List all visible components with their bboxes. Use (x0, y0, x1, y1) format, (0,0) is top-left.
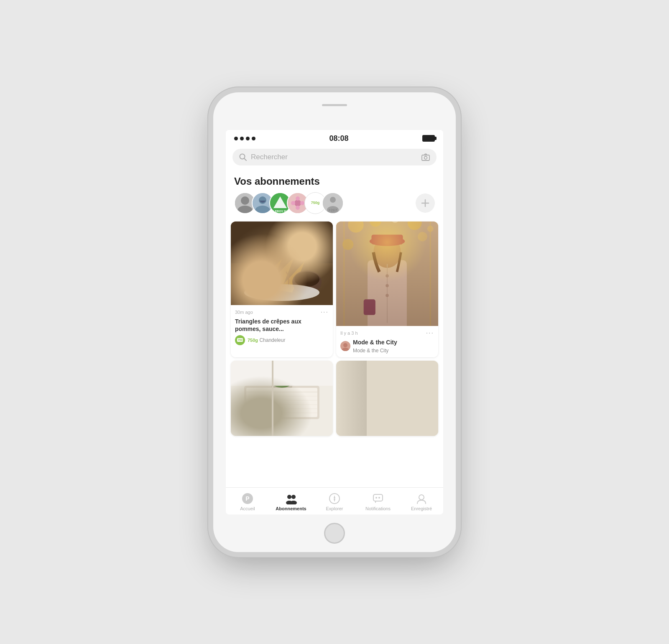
pin-source-name-crepes: 750g Chandeleur (248, 337, 285, 343)
svg-rect-26 (231, 263, 333, 305)
pin-card-crepes[interactable]: 30m ago ··· Triangles de crêpes aux pomm… (231, 221, 333, 357)
svg-point-46 (386, 274, 389, 277)
svg-rect-25 (231, 221, 333, 305)
svg-point-38 (342, 239, 353, 249)
nav-label-accueil: Accueil (240, 506, 255, 511)
nav-label-abonnements: Abonnements (276, 506, 306, 511)
avatar-group: LEROY M. (234, 192, 344, 214)
pin-more-crepes[interactable]: ··· (321, 308, 329, 316)
svg-point-102 (419, 495, 424, 500)
status-time: 08:08 (329, 134, 348, 143)
svg-point-37 (418, 232, 427, 241)
pin-source-logo-fashion (340, 341, 350, 351)
camera-icon[interactable] (421, 153, 430, 161)
svg-marker-98 (334, 499, 335, 502)
svg-rect-74 (336, 361, 438, 436)
svg-rect-59 (231, 361, 333, 436)
pin-time-fashion: Il y a 3 h ··· (340, 329, 434, 337)
svg-line-1 (244, 158, 246, 160)
search-icon (239, 153, 247, 161)
svg-rect-81 (375, 379, 398, 413)
pin-meta-fashion: Il y a 3 h ··· (336, 326, 438, 357)
svg-point-43 (370, 237, 405, 246)
svg-text:+267: +267 (329, 208, 337, 212)
signal-dot-3 (246, 137, 250, 140)
phone-home-button[interactable] (324, 523, 345, 544)
svg-rect-88 (405, 381, 409, 386)
svg-point-70 (271, 375, 281, 382)
add-subscription-button[interactable] (416, 193, 435, 213)
pinterest-nav-icon: P (242, 493, 253, 504)
svg-point-101 (378, 497, 380, 499)
battery-icon (422, 135, 435, 142)
avatar-count[interactable]: +267 (322, 192, 344, 214)
svg-rect-89 (424, 382, 434, 398)
pin-title-crepes: Triangles de crêpes aux pommes, sauce... (235, 318, 329, 333)
pin-more-fashion[interactable]: ··· (426, 329, 434, 337)
svg-rect-61 (246, 388, 317, 417)
svg-rect-99 (373, 494, 383, 501)
svg-point-15 (296, 196, 300, 201)
search-input[interactable]: Rechercher (251, 153, 417, 161)
nav-item-notifications[interactable]: Notifications (356, 491, 400, 513)
svg-point-36 (408, 221, 422, 230)
svg-rect-60 (244, 386, 319, 419)
svg-rect-80 (347, 379, 370, 413)
svg-rect-79 (345, 377, 400, 415)
svg-point-3 (424, 156, 427, 159)
svg-text:LEROY M.: LEROY M. (273, 210, 287, 213)
svg-point-31 (294, 272, 319, 287)
svg-rect-33 (336, 221, 438, 326)
svg-marker-27 (253, 259, 282, 290)
nav-item-enregistre[interactable]: Enregistré (400, 491, 443, 513)
svg-point-32 (244, 284, 319, 301)
pin-source-fashion: Mode & the City Mode & the City (340, 339, 434, 354)
pin-source-logo-750g: 750 (235, 335, 245, 345)
svg-point-71 (284, 376, 292, 382)
svg-point-39 (391, 221, 399, 223)
svg-point-100 (375, 497, 377, 499)
svg-point-14 (294, 200, 301, 206)
nav-label-explorer: Explorer (326, 506, 343, 511)
svg-point-57 (343, 343, 347, 347)
signal-dot-1 (234, 137, 238, 140)
svg-rect-85 (404, 386, 416, 388)
svg-point-92 (287, 495, 291, 499)
svg-point-94 (291, 495, 296, 499)
pin-image-fashion (336, 221, 438, 326)
nav-item-explorer[interactable]: Explorer (313, 491, 356, 513)
nav-item-accueil[interactable]: P Accueil (226, 491, 269, 513)
svg-point-17 (291, 201, 295, 205)
svg-rect-73 (231, 419, 333, 436)
status-bar: 08:08 (226, 130, 443, 145)
pin-source-crepes: 750 750g Chandeleur (235, 335, 329, 345)
phone-top-bar (322, 104, 347, 106)
svg-rect-87 (409, 370, 411, 373)
signal-dot-2 (240, 137, 244, 140)
svg-rect-72 (231, 361, 333, 386)
pin-card-fashion[interactable]: Il y a 3 h ··· (336, 221, 438, 357)
chat-icon (372, 493, 384, 504)
svg-point-48 (386, 294, 389, 297)
svg-point-20 (330, 197, 336, 203)
svg-point-34 (348, 221, 364, 233)
avatar-row: LEROY M. (226, 192, 443, 221)
svg-marker-29 (278, 261, 305, 293)
svg-rect-68 (271, 382, 292, 388)
svg-marker-97 (334, 495, 335, 499)
svg-point-30 (292, 270, 322, 294)
search-bar[interactable]: Rechercher (232, 149, 437, 165)
pin-card-interior2[interactable] (336, 361, 438, 436)
svg-point-16 (296, 206, 300, 210)
svg-point-47 (386, 284, 389, 287)
nav-label-enregistre: Enregistré (411, 506, 432, 511)
svg-point-40 (427, 225, 434, 232)
svg-point-35 (370, 221, 381, 227)
svg-point-5 (241, 196, 249, 205)
pin-card-interior1[interactable] (231, 361, 333, 436)
pin-grid: 30m ago ··· Triangles de crêpes aux pomm… (226, 221, 443, 436)
svg-rect-44 (371, 234, 403, 244)
svg-rect-83 (396, 395, 400, 401)
nav-item-abonnements[interactable]: Abonnements (269, 491, 313, 513)
svg-rect-75 (336, 361, 438, 415)
